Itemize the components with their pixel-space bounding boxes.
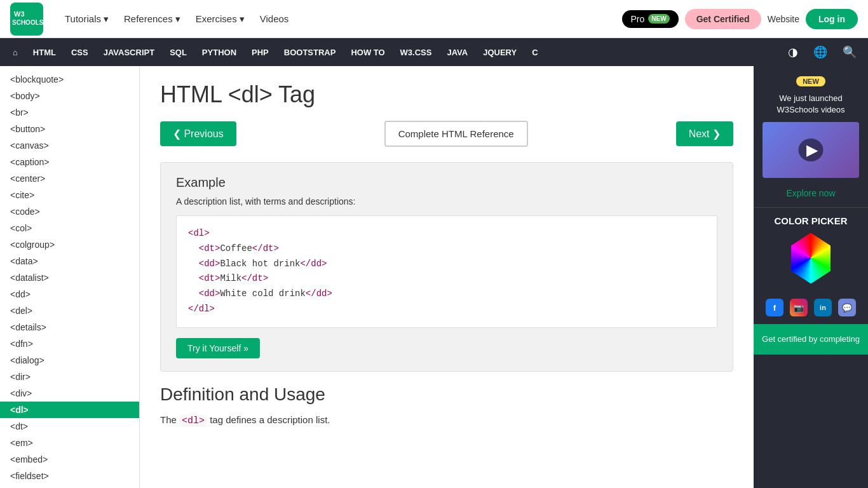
sidebar-item-button[interactable]: <button>: [0, 121, 139, 137]
topic-bootstrap[interactable]: BOOTSTRAP: [276, 38, 344, 66]
example-section: Example A description list, with terms a…: [160, 162, 733, 372]
svg-text:SCHOOLS: SCHOOLS: [12, 19, 43, 26]
sidebar-item-embed[interactable]: <embed>: [0, 451, 139, 468]
sidebar-item-colgroup[interactable]: <colgroup>: [0, 236, 139, 253]
sidebar-item-blockquote[interactable]: <blockquote>: [0, 71, 139, 88]
def-text-start: The: [160, 414, 179, 425]
facebook-icon[interactable]: f: [766, 299, 783, 316]
main-content: HTML <dl> Tag ❮ Previous Complete HTML R…: [140, 66, 754, 488]
chevron-down-icon: ▾: [240, 13, 245, 25]
sidebar-item-cite[interactable]: <cite>: [0, 187, 139, 203]
right-sidebar: NEW We just launched W3Schools videos Ex…: [754, 66, 868, 488]
sidebar-item-em[interactable]: <em>: [0, 435, 139, 451]
topic-c[interactable]: C: [524, 38, 545, 66]
topic-html[interactable]: HTML: [25, 38, 64, 66]
sidebar-item-dd[interactable]: <dd>: [0, 286, 139, 302]
left-sidebar: <blockquote> <body> <br> <button> <canva…: [0, 66, 140, 488]
new-badge: NEW: [796, 76, 825, 86]
page-nav-buttons: ❮ Previous Complete HTML Reference Next …: [160, 121, 733, 147]
references-menu[interactable]: References ▾: [118, 8, 187, 30]
sidebar-item-details[interactable]: <details>: [0, 319, 139, 336]
website-button[interactable]: Website: [768, 14, 799, 24]
topic-python[interactable]: PYTHON: [194, 38, 244, 66]
exercises-menu[interactable]: Exercises ▾: [189, 8, 251, 30]
topic-w3css[interactable]: W3.CSS: [393, 38, 440, 66]
sidebar-item-datalist[interactable]: <datalist>: [0, 269, 139, 286]
sidebar-item-dfn[interactable]: <dfn>: [0, 336, 139, 352]
sidebar-item-caption[interactable]: <caption>: [0, 154, 139, 170]
next-button[interactable]: Next ❯: [676, 121, 733, 146]
new-badge-wrap: NEW: [754, 66, 868, 86]
sidebar-item-figcaption[interactable]: <figcaption>: [0, 484, 139, 488]
color-picker-hex[interactable]: [788, 233, 834, 283]
videos-link[interactable]: Videos: [254, 8, 295, 29]
sidebar-item-br[interactable]: <br>: [0, 104, 139, 121]
top-nav: W3 SCHOOLS Tutorials ▾ References ▾ Exer…: [0, 0, 868, 38]
svg-text:W3: W3: [14, 10, 25, 18]
sidebar-item-dt[interactable]: <dt>: [0, 418, 139, 435]
sidebar-item-fieldset[interactable]: <fieldset>: [0, 468, 139, 484]
definition-text: The <dl> tag defines a description list.: [160, 412, 733, 429]
definition-title: Definition and Usage: [160, 384, 733, 405]
sidebar-item-dir[interactable]: <dir>: [0, 369, 139, 385]
topic-jquery[interactable]: JQUERY: [475, 38, 524, 66]
example-description: A description list, with terms and descr…: [176, 196, 717, 207]
logo[interactable]: W3 SCHOOLS: [10, 3, 43, 36]
main-layout: <blockquote> <body> <br> <button> <canva…: [0, 66, 868, 488]
sidebar-item-data[interactable]: <data>: [0, 253, 139, 269]
get-certified-button[interactable]: Get Certified: [685, 9, 761, 29]
sidebar-item-dialog[interactable]: <dialog>: [0, 352, 139, 369]
video-thumbnail[interactable]: [763, 122, 859, 178]
example-title: Example: [176, 175, 717, 190]
def-text-end: tag defines a description list.: [207, 414, 330, 425]
top-links: Tutorials ▾ References ▾ Exercises ▾ Vid…: [58, 8, 622, 30]
new-badge: NEW: [648, 14, 669, 24]
chevron-down-icon: ▾: [175, 13, 180, 25]
contrast-toggle[interactable]: ◑: [782, 38, 804, 66]
sidebar-item-center[interactable]: <center>: [0, 170, 139, 187]
sidebar-item-del[interactable]: <del>: [0, 302, 139, 319]
topic-php[interactable]: PHP: [244, 38, 276, 66]
instagram-icon[interactable]: 📷: [790, 299, 808, 316]
cert-section: Get certified by completing: [754, 324, 868, 355]
language-select[interactable]: 🌐: [807, 38, 834, 66]
color-picker-title: COLOR PICKER: [754, 215, 868, 226]
topic-sql[interactable]: SQL: [162, 38, 194, 66]
home-button[interactable]: ⌂: [5, 38, 25, 66]
topic-nav: ⌂ HTML CSS JAVASCRIPT SQL PYTHON PHP BOO…: [0, 38, 868, 66]
topic-javascript[interactable]: JAVASCRIPT: [96, 38, 162, 66]
previous-button[interactable]: ❮ Previous: [160, 121, 236, 146]
login-button[interactable]: Log in: [806, 9, 858, 29]
sidebar-item-div[interactable]: <div>: [0, 385, 139, 402]
color-picker-section: COLOR PICKER: [754, 208, 868, 291]
linkedin-icon[interactable]: in: [814, 299, 832, 316]
sidebar-item-dl[interactable]: <dl>: [0, 402, 139, 418]
code-block: <dl> <dt>Coffee</dt> <dd>Black hot drink…: [176, 215, 717, 328]
def-inline-code: <dl>: [179, 415, 207, 427]
topic-css[interactable]: CSS: [64, 38, 96, 66]
cert-text: Get certified by completing: [761, 333, 860, 346]
complete-reference-button[interactable]: Complete HTML Reference: [384, 121, 528, 147]
page-title: HTML <dl> Tag: [160, 81, 733, 108]
sidebar-item-col[interactable]: <col>: [0, 220, 139, 236]
promo-text: We just launched W3Schools videos: [754, 86, 868, 122]
topic-howto[interactable]: HOW TO: [343, 38, 392, 66]
search-button[interactable]: 🔍: [836, 38, 863, 66]
topic-java[interactable]: JAVA: [439, 38, 475, 66]
try-it-yourself-button[interactable]: Try it Yourself »: [176, 338, 260, 358]
social-links: f 📷 in 💬: [754, 291, 868, 324]
discord-icon[interactable]: 💬: [838, 299, 856, 316]
chevron-down-icon: ▾: [104, 13, 109, 25]
topic-right-icons: ◑ 🌐 🔍: [782, 38, 863, 66]
pro-button[interactable]: Pro NEW: [622, 10, 679, 28]
sidebar-item-body[interactable]: <body>: [0, 88, 139, 104]
sidebar-item-canvas[interactable]: <canvas>: [0, 137, 139, 154]
sidebar-item-code[interactable]: <code>: [0, 203, 139, 220]
w3schools-logo: W3 SCHOOLS: [10, 3, 43, 36]
explore-now-link[interactable]: Explore now: [754, 184, 868, 207]
top-right-actions: Pro NEW Get Certified Website Log in: [622, 9, 858, 29]
tutorials-menu[interactable]: Tutorials ▾: [58, 8, 115, 30]
